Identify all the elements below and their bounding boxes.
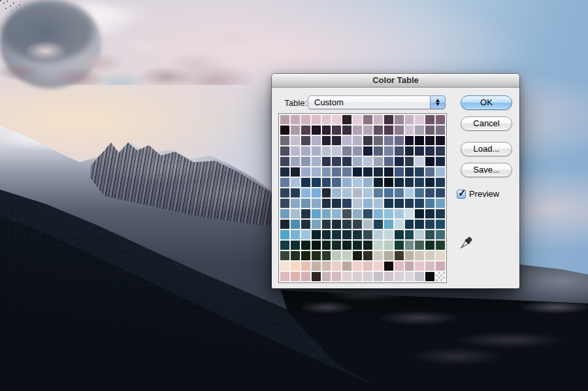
color-swatch[interactable] xyxy=(342,167,351,177)
color-swatch[interactable] xyxy=(384,167,393,177)
color-swatch[interactable] xyxy=(312,126,321,135)
color-swatch[interactable] xyxy=(405,136,414,145)
color-swatch[interactable] xyxy=(436,230,445,239)
color-swatch[interactable] xyxy=(363,115,372,124)
color-swatch[interactable] xyxy=(436,136,445,145)
color-swatch[interactable] xyxy=(332,146,341,156)
color-swatch[interactable] xyxy=(322,167,331,177)
color-swatch[interactable] xyxy=(415,220,424,229)
color-swatch[interactable] xyxy=(312,230,321,239)
color-swatch[interactable] xyxy=(342,272,351,281)
color-swatch[interactable] xyxy=(363,262,372,271)
color-swatch[interactable] xyxy=(332,241,341,250)
color-swatch[interactable] xyxy=(280,136,289,145)
color-swatch[interactable] xyxy=(280,178,289,187)
color-swatch[interactable] xyxy=(322,199,331,208)
color-swatch[interactable] xyxy=(425,178,434,187)
color-swatch[interactable] xyxy=(322,220,331,229)
color-swatch[interactable] xyxy=(415,167,424,177)
color-swatch[interactable] xyxy=(425,199,434,208)
color-swatch[interactable] xyxy=(415,209,424,218)
color-swatch[interactable] xyxy=(405,115,414,124)
color-swatch[interactable] xyxy=(384,146,393,156)
color-swatch[interactable] xyxy=(425,262,434,271)
color-swatch[interactable] xyxy=(342,220,351,229)
color-swatch[interactable] xyxy=(363,251,372,260)
load-button[interactable]: Load... xyxy=(461,142,512,156)
color-swatch[interactable] xyxy=(332,272,341,281)
color-swatch[interactable] xyxy=(322,241,331,250)
color-swatch[interactable] xyxy=(280,199,289,208)
color-swatch[interactable] xyxy=(415,199,424,208)
color-swatch[interactable] xyxy=(425,146,434,156)
color-swatch[interactable] xyxy=(405,241,414,250)
color-swatch[interactable] xyxy=(405,178,414,187)
color-swatch[interactable] xyxy=(301,220,310,229)
color-swatch[interactable] xyxy=(322,115,331,124)
color-swatch[interactable] xyxy=(384,126,393,135)
color-swatch[interactable] xyxy=(415,136,424,145)
dialog-titlebar[interactable]: Color Table xyxy=(272,74,519,88)
color-swatch[interactable] xyxy=(425,220,434,229)
color-swatch[interactable] xyxy=(322,188,331,197)
color-swatch[interactable] xyxy=(280,209,289,218)
color-swatch[interactable] xyxy=(291,178,300,187)
color-swatch[interactable] xyxy=(436,146,445,156)
color-swatch[interactable] xyxy=(353,230,362,239)
color-swatch[interactable] xyxy=(353,209,362,218)
color-swatch[interactable] xyxy=(332,126,341,135)
color-swatch[interactable] xyxy=(405,251,414,260)
color-swatch[interactable] xyxy=(374,136,383,145)
color-swatch[interactable] xyxy=(332,115,341,124)
color-swatch[interactable] xyxy=(280,115,289,124)
color-swatch[interactable] xyxy=(312,209,321,218)
color-swatch[interactable] xyxy=(395,209,404,218)
color-swatch[interactable] xyxy=(342,230,351,239)
color-swatch[interactable] xyxy=(312,262,321,271)
color-swatch[interactable] xyxy=(342,199,351,208)
color-swatch[interactable] xyxy=(436,115,445,124)
color-swatch[interactable] xyxy=(280,272,289,281)
color-swatch[interactable] xyxy=(395,167,404,177)
color-swatch[interactable] xyxy=(415,146,424,156)
color-swatch[interactable] xyxy=(405,126,414,135)
color-swatch[interactable] xyxy=(291,115,300,124)
color-swatch[interactable] xyxy=(395,251,404,260)
color-swatch[interactable] xyxy=(312,167,321,177)
color-swatch[interactable] xyxy=(405,220,414,229)
color-swatch[interactable] xyxy=(436,188,445,197)
color-swatch[interactable] xyxy=(405,199,414,208)
color-swatch[interactable] xyxy=(363,178,372,187)
color-swatch[interactable] xyxy=(353,272,362,281)
color-swatch[interactable] xyxy=(353,136,362,145)
color-swatch[interactable] xyxy=(436,126,445,135)
color-swatch[interactable] xyxy=(384,199,393,208)
color-swatch[interactable] xyxy=(384,178,393,187)
color-swatch[interactable] xyxy=(332,199,341,208)
color-swatch[interactable] xyxy=(395,230,404,239)
save-button[interactable]: Save... xyxy=(461,163,512,177)
color-swatch[interactable] xyxy=(312,272,321,281)
color-swatch[interactable] xyxy=(353,167,362,177)
ok-button[interactable]: OK xyxy=(461,95,512,110)
color-swatch[interactable] xyxy=(395,199,404,208)
color-swatch[interactable] xyxy=(405,272,414,281)
color-swatch[interactable] xyxy=(322,146,331,156)
color-swatch[interactable] xyxy=(395,220,404,229)
color-swatch[interactable] xyxy=(425,251,434,260)
color-swatch[interactable] xyxy=(291,167,300,177)
color-swatch[interactable] xyxy=(280,220,289,229)
color-swatch[interactable] xyxy=(415,262,424,271)
table-select[interactable]: Custom xyxy=(308,95,446,109)
color-swatch[interactable] xyxy=(342,126,351,135)
color-swatch[interactable] xyxy=(332,230,341,239)
transparent-swatch[interactable] xyxy=(436,272,445,281)
color-swatch[interactable] xyxy=(395,188,404,197)
color-swatch[interactable] xyxy=(425,167,434,177)
color-swatch[interactable] xyxy=(353,199,362,208)
color-swatch[interactable] xyxy=(332,251,341,260)
color-swatch[interactable] xyxy=(353,262,362,271)
color-swatch[interactable] xyxy=(436,220,445,229)
color-swatch[interactable] xyxy=(301,241,310,250)
color-swatch[interactable] xyxy=(332,167,341,177)
